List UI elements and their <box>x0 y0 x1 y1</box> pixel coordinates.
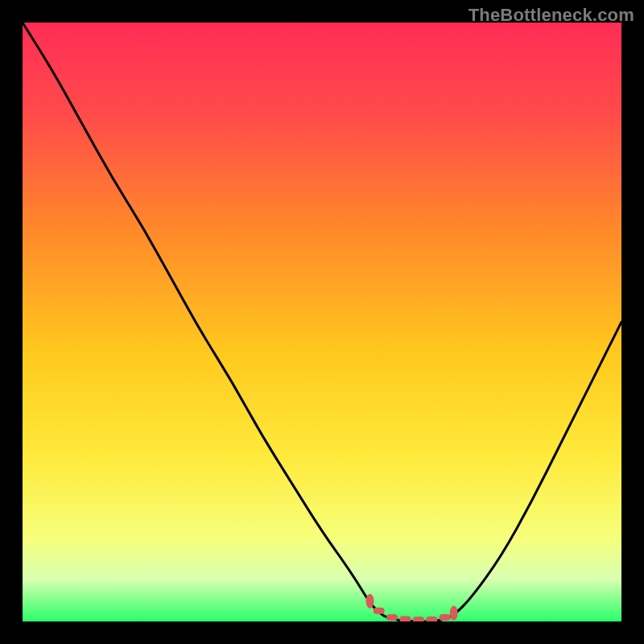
bottleneck-chart <box>23 23 621 621</box>
svg-rect-4 <box>399 616 411 621</box>
svg-point-1 <box>450 606 458 621</box>
svg-rect-7 <box>440 614 451 621</box>
svg-rect-3 <box>386 614 398 621</box>
watermark-label: TheBottleneck.com <box>469 5 634 26</box>
svg-rect-5 <box>413 617 424 621</box>
svg-rect-2 <box>374 608 385 614</box>
svg-rect-6 <box>426 617 437 621</box>
chart-container: TheBottleneck.com <box>0 0 644 644</box>
svg-point-0 <box>366 594 374 609</box>
